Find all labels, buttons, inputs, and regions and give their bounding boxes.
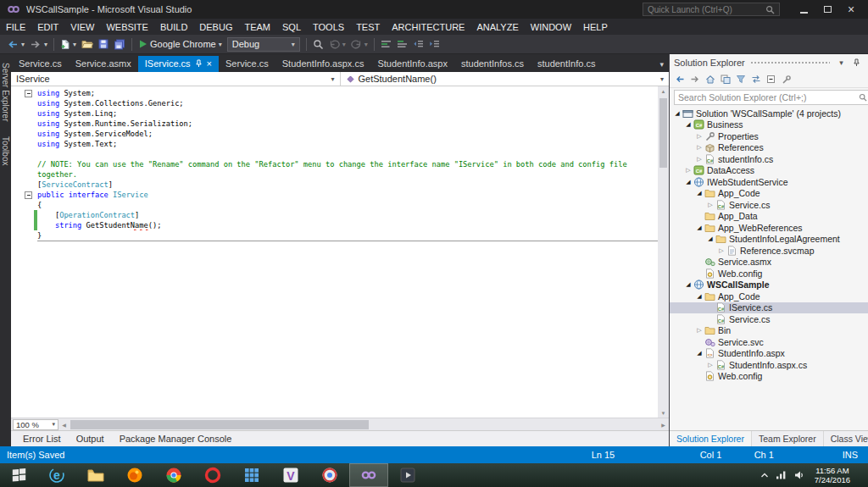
collapse-icon[interactable]: ◢: [706, 235, 715, 242]
taskbar-clock[interactable]: 11:56 AM 7/24/2016: [811, 466, 854, 484]
save-button[interactable]: [96, 37, 111, 51]
collapse-icon[interactable]: ◢: [695, 350, 704, 357]
code-line-5[interactable]: using System.ServiceModel;: [11, 129, 658, 139]
document-tab-service-asmx[interactable]: Service.asmx: [69, 56, 138, 72]
forward-button[interactable]: [690, 75, 700, 84]
tree-item-business[interactable]: ◢C#Business: [670, 119, 868, 131]
menu-edit[interactable]: EDIT: [31, 20, 64, 34]
code-line-1[interactable]: using System;: [11, 88, 658, 98]
menu-sql[interactable]: SQL: [276, 20, 307, 34]
taskbar-firefox-button[interactable]: [115, 463, 154, 487]
volume-button[interactable]: [793, 469, 805, 481]
scroll-right-icon[interactable]: ▶: [658, 422, 669, 428]
panel-tab-class-view[interactable]: Class View: [824, 431, 868, 446]
document-tab-studentinfo-aspx-cs[interactable]: StudentInfo.aspx.cs: [275, 56, 371, 72]
collapse-icon[interactable]: ◢: [684, 121, 693, 128]
tree-item-app-code[interactable]: ◢App_Code: [670, 188, 868, 200]
solution-configuration-dropdown[interactable]: Debug▾: [227, 37, 300, 52]
pending-filter-button[interactable]: [736, 75, 746, 84]
code-line-15[interactable]: }: [11, 230, 658, 241]
auto-hide-pin-button[interactable]: [850, 57, 862, 69]
taskbar-visual-studio-button[interactable]: [349, 463, 388, 487]
redo-button[interactable]: ▾: [348, 37, 370, 51]
tree-item-app-data[interactable]: App_Data: [670, 211, 868, 223]
collapse-icon[interactable]: ◢: [695, 190, 704, 196]
back-button[interactable]: [675, 75, 685, 84]
indent-increase-button[interactable]: [426, 37, 442, 51]
code-line-6[interactable]: using System.Text;: [11, 139, 658, 149]
code-line-3[interactable]: using System.Linq;: [11, 108, 658, 119]
scroll-left-icon[interactable]: ◀: [58, 422, 70, 428]
collapse-icon[interactable]: ◢: [684, 281, 693, 288]
start-button[interactable]: [0, 463, 37, 487]
tree-item-service-svc[interactable]: Service.svc: [670, 336, 868, 348]
tree-item-solution-wscallsample-4-projects[interactable]: ◢Solution 'WSCallSample' (4 projects): [670, 108, 868, 119]
menu-build[interactable]: BUILD: [154, 20, 193, 34]
document-tab-service-cs[interactable]: Service.cs: [12, 56, 69, 72]
types-dropdown[interactable]: IService ▾: [11, 72, 341, 86]
nav-forward-button[interactable]: ▾: [27, 37, 50, 52]
fold-collapse-icon[interactable]: [25, 90, 32, 97]
code-line-12[interactable]: {: [11, 200, 658, 210]
expand-icon[interactable]: ▷: [684, 167, 693, 174]
undo-button[interactable]: ▾: [326, 37, 348, 51]
start-debug-button[interactable]: Google Chrome▾: [136, 37, 225, 51]
sync-with-active-document-button[interactable]: [751, 75, 761, 84]
scroll-up-icon[interactable]: ▲: [658, 86, 669, 96]
tree-item-service-cs[interactable]: ▷C#Service.cs: [670, 199, 868, 211]
code-line-16[interactable]: [11, 241, 658, 251]
expand-icon[interactable]: ▷: [706, 362, 715, 368]
tree-item-studentinfo-aspx-cs[interactable]: ▷C#StudentInfo.aspx.cs: [670, 359, 868, 371]
taskbar-opera-button[interactable]: [193, 463, 232, 487]
tab-overflow-icon[interactable]: ▾: [659, 60, 669, 72]
collapse-icon[interactable]: ◢: [684, 179, 693, 185]
indent-decrease-button[interactable]: [410, 37, 426, 51]
tool-tab-toolbox[interactable]: Toolbox: [1, 136, 10, 165]
menu-analyze[interactable]: ANALYZE: [470, 20, 524, 34]
expand-icon[interactable]: ▷: [695, 156, 704, 163]
menu-help[interactable]: HELP: [577, 20, 614, 34]
code-line-7[interactable]: [11, 149, 658, 159]
collapse-icon[interactable]: ◢: [673, 110, 682, 117]
menu-website[interactable]: WEBSITE: [100, 20, 154, 34]
collapse-icon[interactable]: ◢: [695, 293, 704, 300]
expand-icon[interactable]: ▷: [717, 247, 726, 254]
code-line-14[interactable]: string GetStudentName();: [11, 220, 658, 230]
scrollbar-thumb[interactable]: [659, 98, 667, 168]
new-file-button[interactable]: ▾: [58, 37, 79, 52]
taskbar-chrome-button[interactable]: [154, 463, 193, 487]
panel-tab-solution-explorer[interactable]: Solution Explorer: [670, 431, 752, 446]
taskbar-v-app-button[interactable]: V: [271, 463, 310, 487]
panel-tab-output[interactable]: Output: [70, 432, 111, 445]
home-button[interactable]: [705, 75, 715, 84]
menu-team[interactable]: TEAM: [238, 20, 276, 34]
code-editor[interactable]: using System;using System.Collections.Ge…: [11, 86, 658, 418]
expand-icon[interactable]: ▷: [695, 133, 704, 140]
uncomment-button[interactable]: [394, 37, 410, 51]
minimize-button[interactable]: [792, 1, 815, 18]
save-all-button[interactable]: [111, 37, 128, 52]
menu-file[interactable]: FILE: [0, 20, 31, 34]
close-button[interactable]: ×: [839, 1, 863, 18]
find-in-files-button[interactable]: [310, 37, 326, 52]
tool-tab-server-explorer[interactable]: Server Explorer: [1, 63, 10, 121]
menu-debug[interactable]: DEBUG: [193, 20, 238, 34]
taskbar-app-grid-button[interactable]: [232, 463, 271, 487]
code-line-8[interactable]: // NOTE: You can use the "Rename" comman…: [11, 159, 658, 169]
drag-grip[interactable]: [750, 61, 831, 64]
taskbar-internet-explorer-button[interactable]: e: [37, 463, 76, 487]
hidden-icons-chevron-button[interactable]: [760, 472, 769, 479]
tree-item-studentinfo-cs[interactable]: ▷C#studentInfo.cs: [670, 153, 868, 165]
taskbar-file-explorer-button[interactable]: [76, 463, 115, 487]
solution-explorer-header[interactable]: Solution Explorer ▾ ×: [670, 54, 868, 70]
maximize-button[interactable]: [815, 1, 839, 18]
tree-item-service-asmx[interactable]: Service.asmx: [670, 257, 868, 268]
taskbar-chrome-secondary-button[interactable]: [310, 463, 349, 487]
code-line-10[interactable]: [ServiceContract]: [11, 180, 658, 190]
tree-item-web-config[interactable]: Web.config: [670, 268, 868, 279]
tree-item-iwebstudentservice[interactable]: ◢IWebStudentService: [670, 176, 868, 188]
menu-view[interactable]: VIEW: [64, 20, 100, 34]
panel-tab-package-manager-console[interactable]: Package Manager Console: [113, 432, 239, 445]
collapse-icon[interactable]: ◢: [695, 224, 704, 231]
tree-item-reference-svcmap[interactable]: ▷Reference.svcmap: [670, 245, 868, 257]
